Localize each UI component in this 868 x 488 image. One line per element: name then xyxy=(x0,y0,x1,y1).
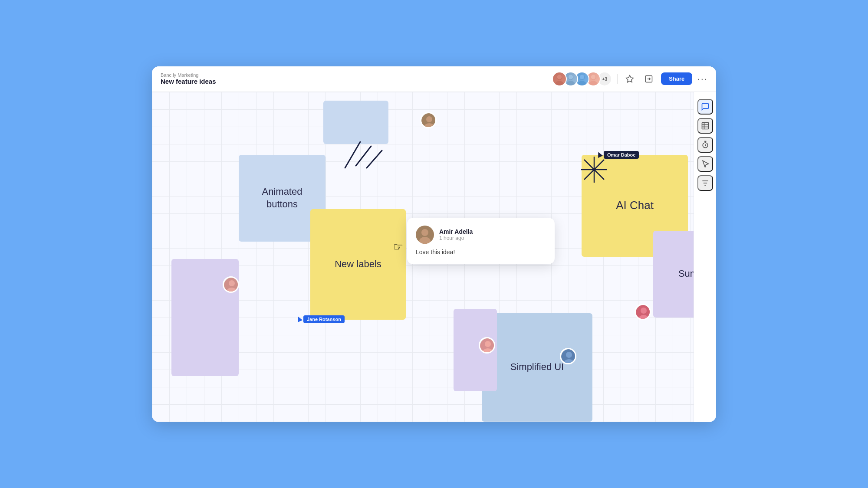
cursor-jane-label: Jane Rotanson xyxy=(303,315,345,323)
sticky-note-simplified-ui[interactable]: Simplified UI xyxy=(482,313,592,422)
svg-point-34 xyxy=(641,308,647,314)
sticky-note-new-labels[interactable]: New labels xyxy=(310,209,406,320)
svg-point-2 xyxy=(557,75,562,79)
workspace-name: Banc.ly Marketing xyxy=(161,72,216,78)
svg-point-7 xyxy=(578,81,586,86)
sticky-avatar-simplified[interactable] xyxy=(479,337,495,354)
svg-point-1 xyxy=(555,81,563,86)
comment-username: Amir Adella xyxy=(439,228,473,235)
share-button[interactable]: Share xyxy=(661,72,692,85)
cursor-jane-arrow xyxy=(296,315,302,322)
tool-table[interactable] xyxy=(697,118,713,134)
more-options-button[interactable]: ··· xyxy=(697,74,707,84)
comment-user-avatar[interactable] xyxy=(416,226,434,244)
comment-time: 1 hour ago xyxy=(439,235,473,241)
tool-timer[interactable] xyxy=(697,137,713,153)
svg-point-5 xyxy=(569,75,573,79)
sticky-avatar-summary[interactable] xyxy=(635,304,651,320)
comment-user-info: Amir Adella 1 hour ago xyxy=(439,228,473,241)
tool-cursor[interactable] xyxy=(697,156,713,172)
svg-point-25 xyxy=(421,229,428,236)
svg-point-10 xyxy=(589,81,597,86)
titlebar: Banc.ly Marketing New feature ideas xyxy=(152,66,716,92)
sketch-decoration xyxy=(319,133,388,177)
star-button[interactable] xyxy=(623,72,637,86)
tool-filter[interactable] xyxy=(697,175,713,191)
sticky-avatar-top[interactable] xyxy=(420,112,437,128)
svg-point-31 xyxy=(566,352,572,358)
sticky-avatar-left[interactable] xyxy=(223,276,239,293)
sidebar-tools xyxy=(694,92,716,422)
star-decoration xyxy=(579,155,609,186)
svg-point-28 xyxy=(485,341,491,347)
titlebar-left: Banc.ly Marketing New feature ideas xyxy=(161,72,216,85)
hand-cursor: ☞ xyxy=(393,240,403,254)
export-button[interactable] xyxy=(642,72,656,86)
comment-header: Amir Adella 1 hour ago xyxy=(416,226,546,244)
cursor-jane: Jane Rotanson xyxy=(296,315,345,323)
svg-rect-39 xyxy=(702,122,708,129)
svg-line-16 xyxy=(367,151,382,168)
page-title: New feature ideas xyxy=(161,78,216,85)
comment-text: Love this idea! xyxy=(416,248,546,257)
svg-point-37 xyxy=(229,280,235,286)
svg-marker-12 xyxy=(626,75,634,82)
canvas[interactable]: Animated buttons New labels AI Chat Summ… xyxy=(152,92,716,422)
cursor-omar-label: Omar Daboe xyxy=(604,151,639,159)
avatar-1[interactable] xyxy=(552,72,567,86)
sticky-avatar-simplified-2[interactable] xyxy=(560,348,576,364)
svg-point-11 xyxy=(591,75,596,79)
svg-point-22 xyxy=(426,116,432,122)
svg-point-4 xyxy=(566,81,575,86)
cursor-omar: Omar Daboe xyxy=(597,151,639,159)
app-window: Banc.ly Marketing New feature ideas xyxy=(152,66,716,422)
svg-point-8 xyxy=(580,75,585,79)
divider xyxy=(617,74,618,84)
cursor-omar-arrow xyxy=(596,151,603,158)
titlebar-right: +3 Share ··· xyxy=(552,72,707,86)
tool-comment[interactable] xyxy=(697,99,713,115)
collaborators-avatars: +3 xyxy=(552,72,612,86)
svg-line-15 xyxy=(356,146,371,166)
comment-popup[interactable]: Amir Adella 1 hour ago Love this idea! xyxy=(407,218,555,265)
